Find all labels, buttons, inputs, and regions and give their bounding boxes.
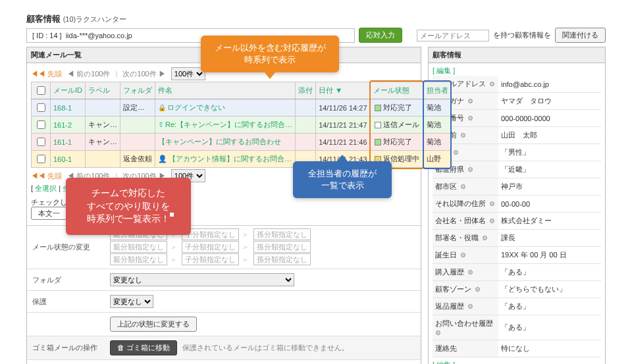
lock-icon (158, 103, 167, 111)
grand-class-select[interactable]: 孫分類指定なし (253, 228, 311, 240)
select-all-checkbox[interactable] (37, 86, 45, 95)
info-key: 都市区 ⚙ (433, 178, 498, 195)
callout-orange: メール以外を含む対応履歴が時系列で表示 (201, 36, 339, 72)
callout-blue: 全担当者の履歴が一覧で表示 (293, 161, 392, 198)
gear-icon: ⚙ (480, 234, 488, 242)
search-suffix-text: を持つ顧客情報を (493, 30, 551, 40)
edit-link-bottom[interactable]: [ 編集 ] (433, 360, 601, 364)
info-val: 00-00-00 (498, 195, 601, 213)
folder-select[interactable]: 変更なし (110, 273, 294, 286)
info-val: 課長 (498, 230, 601, 247)
folder-label: フォルダ (32, 275, 105, 285)
col-folder[interactable]: フォルダ (120, 82, 155, 99)
info-val: 「ある」 (498, 298, 601, 315)
col-mail-id[interactable]: メールID (51, 82, 86, 99)
rep-cell: 菊池 (423, 134, 451, 151)
pager-first-icon[interactable]: ◀◀ 先頭 (31, 69, 62, 79)
col-status[interactable]: メール状態 (370, 82, 423, 99)
table-row[interactable]: 168-1設定…ログインできない14/11/26 14:27対応完了菊池 (32, 99, 452, 117)
info-val: 山田 太郎 (498, 127, 601, 144)
trash-note: 保護されているメールはゴミ箱に移動できません。 (182, 343, 349, 353)
person-icon (158, 155, 169, 163)
info-key: お問い合わせ履歴 ⚙ (433, 315, 498, 340)
gear-icon: ⚙ (465, 166, 473, 173)
gear-icon: ⚙ (465, 115, 473, 122)
pager-first-icon[interactable]: ◀◀ 先頭 (31, 171, 62, 181)
row-checkbox[interactable] (37, 138, 45, 146)
move-to-trash-button[interactable]: 🗑 ゴミ箱に移動 (110, 340, 177, 355)
search-input[interactable] (417, 30, 489, 41)
select-all-link[interactable]: 全選択 (35, 184, 57, 192)
col-label[interactable]: ラベル (86, 82, 120, 99)
per-page-select[interactable]: 100件 (171, 67, 205, 80)
table-row[interactable]: 161-2キャン…Re:【キャンペーン】に関するお問合…14/11/21 21:… (32, 117, 452, 134)
info-val: 「近畿」 (498, 161, 601, 178)
gear-icon: ⚙ (451, 149, 459, 156)
status-badge: 送信メール (373, 119, 421, 130)
info-val: 「男性」 (498, 144, 601, 161)
gear-icon: ⚙ (465, 303, 473, 310)
info-val: 神戸市 (498, 178, 601, 195)
gear-icon: ⚙ (435, 329, 441, 336)
subject-link[interactable]: Re:【キャンペーン】に関するお問合… (165, 120, 292, 128)
info-key: 返品履歴 ⚙ (433, 298, 498, 315)
mail-id-link[interactable]: 161-2 (51, 117, 86, 134)
col-date[interactable]: 日付 ▼ (316, 82, 370, 99)
info-key: 購入履歴 ⚙ (433, 264, 498, 281)
rep-cell: 山野 (423, 151, 451, 168)
subject-link[interactable]: 【アカウント情報】に関するお問合… (169, 155, 292, 163)
protect-select[interactable]: 変更なし (110, 295, 153, 308)
subject-link[interactable]: 【キャンペーン】に関するお問合わせ (158, 138, 281, 145)
mail-id-link[interactable]: 161-1 (51, 134, 86, 151)
trash-label: ゴミ箱メールの操作 (32, 343, 105, 353)
row-checkbox[interactable] (37, 103, 45, 112)
cloud-icon (158, 120, 165, 128)
customer-email-text: iida-***@yahoo.co.jp (66, 32, 132, 39)
info-val: 「ある」 (498, 264, 601, 281)
response-input-button[interactable]: 応対入力 (359, 28, 402, 43)
info-key: 顧客ゾーン ⚙ (433, 281, 498, 298)
mail-id-link[interactable]: 160-1 (51, 151, 86, 168)
col-attach[interactable]: 添付 (296, 82, 316, 99)
info-val: 19XX 年 00 月 00 日 (498, 247, 601, 264)
subject-link[interactable]: ログインできない (167, 103, 225, 111)
gear-icon: ⚙ (487, 217, 495, 224)
col-rep[interactable]: 担当者 (423, 82, 451, 99)
info-val: 特になし (498, 340, 601, 357)
sort-desc-icon: ▼ (335, 86, 342, 94)
protect-label: 保護 (32, 297, 105, 307)
info-key: 運絡先 (433, 340, 498, 357)
info-key: 部署名・役職 ⚙ (433, 230, 498, 247)
info-val: 株式会社ダミー (498, 213, 601, 230)
gear-icon: ⚙ (458, 183, 466, 190)
info-val: 「ある」 (498, 315, 601, 340)
info-key: 会社名・団体名 ⚙ (433, 213, 498, 230)
status-badge: 対応完了 (373, 136, 421, 147)
link-button[interactable]: 関連付ける (555, 28, 606, 43)
mail-table: メールID ラベル フォルダ 件名 添付 日付 ▼ メール状態 担当者 168-… (31, 82, 452, 168)
info-key: それ以降の住所 ⚙ (433, 195, 498, 213)
col-subject[interactable]: 件名 (155, 82, 296, 99)
body-tab[interactable]: 本文一 (31, 207, 67, 220)
customer-info-table: メールアドレス ⚙info@abc.co.jpフリガナ ⚙ヤマダ タロウ電話番号… (433, 76, 601, 357)
gear-icon: ⚙ (473, 286, 481, 293)
page-title: 顧客情報 (10)ラクスハンター (26, 13, 606, 25)
row-checkbox[interactable] (37, 155, 45, 163)
rep-cell: 菊池 (423, 99, 451, 117)
info-val: 「どちらでもない」 (498, 281, 601, 298)
gear-icon: ⚙ (465, 97, 473, 105)
gear-icon: ⚙ (458, 132, 466, 139)
apply-status-button[interactable]: 上記の状態に変更する (110, 317, 197, 332)
mail-id-link[interactable]: 168-1 (51, 99, 86, 117)
gear-icon: ⚙ (458, 251, 466, 259)
gear-icon: ⚙ (465, 269, 473, 276)
info-val: info@abc.co.jp (498, 76, 601, 93)
callout-red: チームで対応したすべてのやり取りを時系列で一覧表示！ (66, 178, 191, 235)
table-row[interactable]: 161-1キャン…【キャンペーン】に関するお問合わせ14/11/21 21:46… (32, 134, 452, 151)
info-val: 000-0000-0000 (498, 110, 601, 127)
gear-icon: ⚙ (487, 200, 495, 207)
edit-link-top[interactable]: [ 編集 ] (433, 66, 601, 76)
status-badge: 対応完了 (373, 102, 421, 113)
customer-panel-header: 顧客情報 (429, 47, 605, 63)
row-checkbox[interactable] (37, 120, 45, 129)
